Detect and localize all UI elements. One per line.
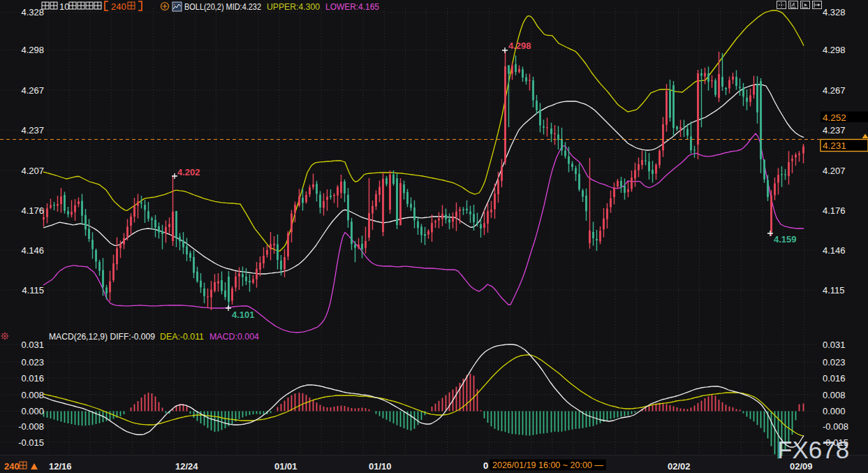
svg-text:4.298: 4.298 [823,45,846,55]
svg-text:-0.008: -0.008 [823,421,848,432]
svg-text:4.237: 4.237 [823,125,846,136]
svg-text:4.176: 4.176 [21,205,44,216]
svg-text:4.231: 4.231 [823,140,846,151]
svg-text:4.115: 4.115 [22,285,44,296]
svg-text:12/24: 12/24 [175,461,198,472]
svg-text:4.298: 4.298 [21,45,44,55]
svg-text:2026/01/19 16:00 ~ 20:00 —: 2026/01/19 16:00 ~ 20:00 — [492,460,603,470]
svg-text:4.207: 4.207 [21,166,44,176]
svg-text:4.207: 4.207 [823,166,846,176]
svg-text:LOWER:4.165: LOWER:4.165 [325,2,379,12]
svg-text:240: 240 [4,461,20,472]
svg-text:01/01: 01/01 [274,461,297,472]
svg-text:02/02: 02/02 [668,461,691,472]
svg-text:4.159: 4.159 [774,234,797,245]
svg-text:4.328: 4.328 [823,7,846,17]
svg-text:UPPER:4.300: UPPER:4.300 [267,2,320,12]
svg-text:-0.015: -0.015 [18,437,44,448]
svg-text:4.146: 4.146 [21,245,44,256]
svg-text:240: 240 [111,1,126,12]
svg-text:0: 0 [483,460,488,471]
svg-text:DEA:-0.011: DEA:-0.011 [160,332,204,342]
svg-text:4.267: 4.267 [823,85,846,96]
svg-text:MACD:0.004: MACD:0.004 [209,332,259,342]
svg-text:0.000: 0.000 [823,406,846,416]
svg-text:0.023: 0.023 [823,357,846,368]
svg-text:4.202: 4.202 [177,167,200,177]
svg-text:10: 10 [59,1,69,12]
svg-text:12/16: 12/16 [49,461,72,472]
svg-text:4.267: 4.267 [21,85,44,96]
svg-text:0.000: 0.000 [21,406,44,416]
svg-text:4.328: 4.328 [21,7,44,17]
svg-text:4.237: 4.237 [21,125,44,136]
svg-text:0.023: 0.023 [21,357,44,368]
svg-text:FX678: FX678 [777,436,849,463]
svg-text:4.252: 4.252 [823,112,846,123]
svg-text:0.016: 0.016 [823,373,846,384]
svg-text:4.101: 4.101 [232,310,255,320]
svg-text:4.146: 4.146 [823,245,846,256]
svg-text:01/10: 01/10 [369,461,392,472]
svg-text:BOLL(20,2) MID:4.232: BOLL(20,2) MID:4.232 [184,2,261,12]
svg-text:-0.008: -0.008 [18,421,44,432]
svg-text:MACD(26,12,9) DIFF:-0.009: MACD(26,12,9) DIFF:-0.009 [49,332,155,342]
svg-text:0.031: 0.031 [21,340,44,350]
svg-text:0.016: 0.016 [21,373,44,384]
svg-text:0.008: 0.008 [823,390,846,400]
svg-text:4.115: 4.115 [823,285,845,296]
svg-text:0.031: 0.031 [823,340,846,350]
svg-text:0.008: 0.008 [21,390,44,400]
svg-text:4.176: 4.176 [823,205,846,216]
svg-text:4.298: 4.298 [508,41,531,51]
